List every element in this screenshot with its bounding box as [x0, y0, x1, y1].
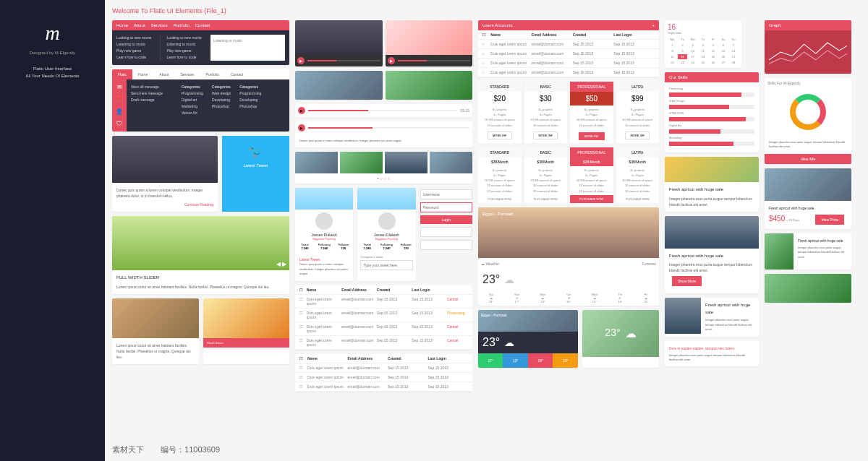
- gallery-1: [295, 71, 383, 100]
- nav-home[interactable]: Home: [116, 23, 128, 27]
- weather-location: Egypt - Portsaid: [482, 212, 514, 216]
- tab-home[interactable]: Home: [132, 69, 153, 79]
- play-icon[interactable]: ▶: [298, 107, 305, 114]
- table-row[interactable]: ☐Duis eget lorem ipsumemail@domain.comSe…: [295, 295, 472, 309]
- table-row[interactable]: ○Duis eget lorem ipsumemail@domain.comSe…: [478, 49, 659, 59]
- purchase-button[interactable]: PURCHASE NOW: [616, 195, 660, 203]
- video-thumb[interactable]: [295, 20, 383, 55]
- play-icon[interactable]: ▶: [388, 57, 395, 64]
- info-button[interactable]: MORE INF: [625, 132, 650, 139]
- table-row[interactable]: ○Duis eget lorem ipsumemail@domain.comSe…: [478, 68, 659, 77]
- gallery-image: [295, 71, 383, 100]
- tab-about[interactable]: About: [153, 69, 174, 79]
- tab-contact[interactable]: Contact: [225, 69, 249, 79]
- username-input[interactable]: [420, 189, 472, 199]
- view-price-button[interactable]: View Price: [815, 215, 844, 225]
- show-more-button[interactable]: Show More: [672, 276, 702, 286]
- table-row[interactable]: ☐Duis eget lorem ipsumemail@domain.comSe…: [295, 336, 472, 350]
- menu-item[interactable]: Listening to music: [116, 41, 151, 48]
- menu-item[interactable]: Learn how to code: [166, 54, 201, 61]
- extra-input[interactable]: [420, 240, 472, 250]
- plan-basic-2: BASIC $38/Month 8+ projects4+ Pages10 GB…: [524, 147, 568, 203]
- menu-item[interactable]: Listening to music: [213, 38, 282, 44]
- table-row[interactable]: ☐Duis eget lorem ipsumemail@domain.comSe…: [295, 373, 472, 382]
- nav-services[interactable]: Services: [151, 23, 168, 27]
- tab-portfolio[interactable]: Portfolio: [200, 69, 225, 79]
- cat-item[interactable]: Digital art: [182, 97, 203, 103]
- menu-item[interactable]: Looking to new movie: [116, 35, 151, 41]
- extra-input[interactable]: [420, 227, 472, 237]
- continue-link[interactable]: Continue Reading: [184, 202, 213, 207]
- table-row[interactable]: ☐Duis eget lorem ipsumemail@domain.comSe…: [295, 322, 472, 336]
- video-controls: ▶: [386, 55, 473, 66]
- thumb[interactable]: [385, 152, 427, 173]
- thumb[interactable]: [295, 152, 338, 173]
- shield-icon[interactable]: 🛡: [116, 121, 122, 127]
- next-icon[interactable]: ▶: [282, 261, 286, 267]
- menu-item[interactable]: Learn how to code: [116, 54, 151, 61]
- table-row[interactable]: ☐Duis eget lorem ipsumemail@domain.comSe…: [295, 363, 472, 373]
- purchase-button[interactable]: PURCHASE NOW: [570, 195, 613, 203]
- hire-button[interactable]: Hire Me: [800, 157, 815, 161]
- prev-icon[interactable]: ◀: [276, 261, 281, 267]
- nav-about[interactable]: About: [134, 23, 145, 27]
- slider-dots[interactable]: • ○ ○ ○: [295, 173, 472, 184]
- cat-item[interactable]: Marketing: [182, 103, 203, 110]
- table-row[interactable]: ☐Duis eget lorem ipsumemail@domain.comSe…: [295, 382, 472, 392]
- thumb[interactable]: [340, 152, 383, 173]
- tab-services[interactable]: Services: [174, 69, 200, 79]
- table-row[interactable]: ○Duis eget lorem ipsumemail@domain.comSe…: [478, 40, 659, 49]
- play-icon[interactable]: ▶: [298, 124, 305, 132]
- menu-item[interactable]: Play new game: [116, 48, 151, 54]
- info-button[interactable]: MORE INF: [579, 132, 605, 140]
- plan-standard: STANDARD $20 8+ projects4+ Pages10 GB am…: [478, 82, 522, 143]
- nav-contact[interactable]: Contact: [195, 23, 210, 27]
- menu-item[interactable]: Looking to new movie: [166, 35, 201, 41]
- pin-icon[interactable]: 📍: [116, 96, 123, 103]
- audio-progress[interactable]: [308, 127, 469, 129]
- msg-item[interactable]: Draft message: [131, 97, 173, 103]
- video-thumb[interactable]: [386, 20, 473, 55]
- audio-progress[interactable]: [308, 110, 457, 111]
- nav-portfolio[interactable]: Portfolio: [174, 23, 190, 27]
- cat-item[interactable]: Photoshop: [239, 103, 261, 110]
- password-input[interactable]: [420, 202, 472, 212]
- plan-basic: BASIC $30 8+ projects4+ Pages10 GB amoun…: [524, 82, 568, 143]
- calendar-widget: 16 September MoTuWeThFrSaSu 1234567 8910…: [665, 20, 741, 68]
- msg-item[interactable]: Send new message: [131, 90, 173, 97]
- info-button[interactable]: MORE INF: [533, 132, 558, 139]
- weather-icon: ☁: [504, 274, 514, 285]
- user-icon[interactable]: 👤: [116, 108, 123, 115]
- table-row[interactable]: ○Duis eget lorem ipsumemail@domain.comSe…: [478, 59, 659, 68]
- cat-item[interactable]: Developing: [239, 97, 261, 103]
- play-icon[interactable]: ▶: [297, 57, 305, 64]
- purchase-button[interactable]: PURCHASE NOW: [524, 195, 568, 203]
- msg-item[interactable]: View all message: [131, 84, 173, 90]
- avatar: [378, 212, 396, 230]
- progress-bar[interactable]: [398, 60, 471, 61]
- cat-item[interactable]: Photoshop: [212, 103, 231, 110]
- tweet-input[interactable]: [360, 260, 412, 270]
- product-card-4: Fresh apricot with huge sale $450 - 10 D…: [765, 168, 851, 229]
- add-icon[interactable]: +: [652, 23, 655, 27]
- plan-ultra-2: ULTRA $38/Month 8+ projects4+ Pages10 GB…: [616, 147, 660, 203]
- cat-item[interactable]: Vector Art: [182, 110, 203, 116]
- purchase-button[interactable]: PURCHASE NOW: [478, 195, 522, 203]
- watermark-id: 11003609: [184, 445, 220, 454]
- cat-item[interactable]: Programming: [182, 90, 203, 97]
- product-card-5: Fresh apricot with huge sale Integer pha…: [765, 233, 851, 270]
- cat-item[interactable]: Web design: [212, 90, 231, 97]
- info-button[interactable]: MORE INF: [488, 132, 512, 139]
- cat-item[interactable]: Programming: [239, 90, 261, 97]
- audio-desc: Donec quis quam a lorem volutpat vestibu…: [295, 134, 472, 147]
- login-button[interactable]: Login: [420, 215, 472, 224]
- table-row[interactable]: ☐Duis eget lorem ipsumemail@domain.comSe…: [295, 309, 472, 322]
- progress-bar[interactable]: [307, 60, 380, 61]
- tab-flatic[interactable]: Flatic: [112, 69, 132, 79]
- menu-item[interactable]: Listening to music: [166, 41, 201, 48]
- left-sidebar: m Designed by M-Elgendy Flatic User Inte…: [0, 0, 105, 461]
- mail-icon[interactable]: ✉: [117, 84, 122, 90]
- cat-item[interactable]: Developing: [212, 97, 231, 103]
- menu-item[interactable]: Play new game: [166, 48, 201, 54]
- thumb[interactable]: [430, 152, 472, 173]
